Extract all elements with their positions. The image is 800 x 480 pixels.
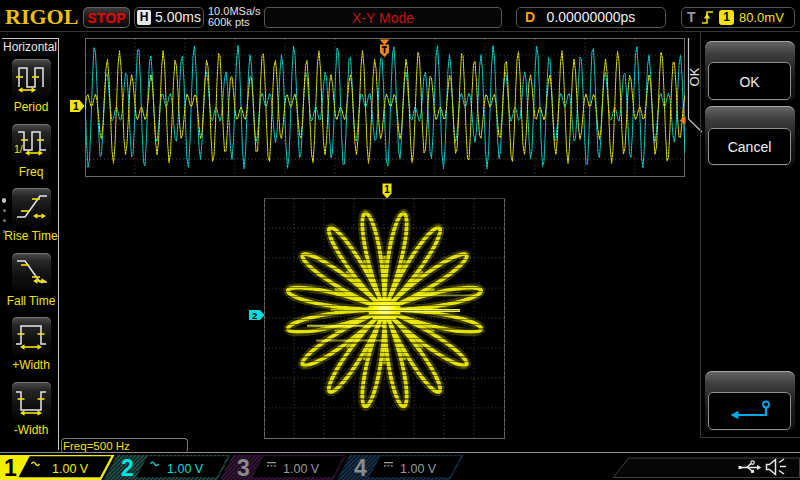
svg-text:2: 2 bbox=[121, 455, 134, 480]
svg-text:1: 1 bbox=[73, 100, 79, 112]
svg-text:1.00 V: 1.00 V bbox=[400, 462, 437, 476]
svg-text:1.00 V: 1.00 V bbox=[283, 462, 320, 476]
svg-text:1.00 V: 1.00 V bbox=[52, 462, 89, 476]
svg-text:1/: 1/ bbox=[14, 143, 23, 155]
svg-text:1.00 V: 1.00 V bbox=[167, 462, 204, 476]
svg-text:1: 1 bbox=[4, 455, 17, 480]
svg-text:4: 4 bbox=[354, 455, 367, 480]
svg-text:1: 1 bbox=[384, 184, 390, 195]
svg-text:2: 2 bbox=[252, 310, 257, 321]
svg-text:3: 3 bbox=[237, 455, 250, 480]
